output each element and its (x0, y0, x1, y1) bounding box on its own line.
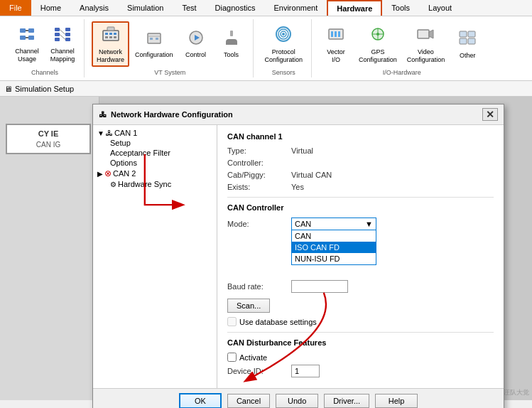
svg-rect-17 (114, 33, 116, 35)
tree-item-acceptance[interactable]: Acceptance Filter (96, 148, 214, 158)
svg-rect-35 (335, 31, 337, 37)
svg-rect-14 (103, 31, 119, 41)
network-hardware-button[interactable]: NetworkHardware (92, 21, 129, 68)
dialog-close-button[interactable]: ✕ (482, 108, 498, 121)
svg-rect-3 (20, 36, 26, 40)
svg-rect-11 (65, 38, 70, 41)
tab-analysis[interactable]: Analysis (70, 0, 118, 16)
tab-diagnostics[interactable]: Diagnostics (206, 0, 265, 16)
mode-option-nun-isu-fd[interactable]: NUN-ISU FD (292, 253, 376, 264)
tree-item-options[interactable]: Options (96, 158, 214, 168)
ribbon-group-vtsystem: NetworkHardware Configuration Control (87, 19, 254, 77)
svg-rect-18 (105, 36, 108, 38)
mode-dropdown-wrapper: CAN ▼ CAN ISO CAN FD NUN-ISU FD (291, 218, 376, 230)
dialog-body: ▼ 🖧 CAN 1 Setup Acceptance Filter Option… (93, 125, 504, 388)
svg-rect-20 (114, 36, 116, 38)
svg-line-13 (60, 34, 65, 39)
mode-selected-value: CAN (295, 220, 311, 228)
channel-usage-button[interactable]: ChannelUsage (10, 23, 44, 66)
svg-rect-7 (65, 28, 70, 31)
protocol-config-button[interactable]: ProtocolConfiguration (261, 22, 308, 67)
svg-rect-1 (28, 28, 34, 33)
device-id-row: Device ID: (227, 365, 494, 377)
mode-option-can[interactable]: CAN (292, 230, 376, 242)
protocol-config-icon (274, 25, 293, 47)
gps-config-button[interactable]: GPSConfiguration (354, 22, 401, 67)
svg-line-12 (60, 29, 65, 34)
video-config-button[interactable]: VideoConfiguration (403, 22, 450, 67)
mode-option-iso-can-fd[interactable]: ISO CAN FD (292, 242, 376, 253)
can-controller-section-title: CAN Controller (227, 203, 494, 212)
tools-vt-button[interactable]: Tools (215, 26, 249, 62)
sim-bar: 🖥 Simulation Setup (0, 81, 532, 97)
tools-vt-label: Tools (224, 51, 239, 59)
network-hardware-label: NetworkHardware (97, 48, 124, 64)
tab-layout[interactable]: Layout (419, 0, 461, 16)
vtsystem-group-label: VT System (154, 69, 185, 77)
tab-file[interactable]: File (0, 0, 31, 16)
help-button[interactable]: Help (375, 394, 418, 408)
svg-rect-10 (55, 38, 60, 41)
mode-field-row: Mode: CAN ▼ CAN ISO CAN FD NUN-ISU FD (227, 218, 494, 230)
activate-label: Activate (239, 353, 267, 362)
video-config-icon (416, 25, 435, 47)
control-icon (188, 29, 205, 50)
sensors-group-label: Sensors (272, 69, 295, 77)
svg-rect-46 (468, 38, 475, 44)
control-button[interactable]: Control (179, 26, 213, 62)
channel-usage-icon (18, 26, 36, 46)
tab-hardware[interactable]: Hardware (327, 0, 382, 16)
ribbon-group-sensors: ProtocolConfiguration Sensors (256, 19, 313, 77)
tab-home[interactable]: Home (31, 0, 70, 16)
undo-button[interactable]: Undo (276, 394, 318, 408)
mode-dropdown-trigger[interactable]: CAN ▼ (291, 218, 376, 230)
channels-group-label: Channels (31, 69, 58, 77)
svg-rect-4 (28, 36, 34, 40)
type-value: Virtual (291, 146, 313, 155)
tools-vt-icon (223, 29, 240, 50)
channel-mapping-icon (54, 26, 71, 46)
exists-value: Yes (291, 183, 304, 191)
svg-rect-8 (55, 33, 60, 36)
scan-button[interactable]: Scan... (227, 299, 270, 313)
tree-item-hardware-sync[interactable]: ⚙ Hardware Sync (96, 179, 214, 189)
svg-point-40 (376, 33, 379, 36)
can-channel-section-title: CAN channel 1 (227, 132, 494, 141)
divider-1 (227, 197, 494, 198)
ribbon-group-io: VectorI/O GPSConfiguration VideoConfigur… (315, 19, 489, 77)
svg-point-32 (282, 33, 285, 36)
device-id-input[interactable] (291, 365, 320, 377)
use-db-checkbox[interactable] (227, 317, 237, 326)
baud-input[interactable] (291, 280, 348, 293)
tree-item-can2[interactable]: ▶ ⊗ CAN 2 (96, 168, 214, 179)
type-field-row: Type: Virtual (227, 146, 494, 155)
vector-io-label: VectorI/O (327, 48, 345, 64)
mode-label: Mode: (227, 220, 291, 228)
ribbon-content: ChannelUsage ChannelMapping Channels N (0, 16, 532, 80)
driver-button[interactable]: Driver... (324, 394, 369, 408)
configuration-button[interactable]: Configuration (131, 26, 178, 62)
activate-checkbox[interactable] (227, 353, 237, 362)
tree-item-can1[interactable]: ▼ 🖧 CAN 1 (96, 128, 214, 138)
svg-rect-24 (150, 38, 153, 40)
tree-item-setup[interactable]: Setup (96, 138, 214, 148)
dialog-title-text: Network Hardware Configuration (111, 110, 233, 119)
dialog-icon: 🖧 (99, 110, 107, 119)
tab-tools[interactable]: Tools (382, 0, 419, 16)
tab-test[interactable]: Test (173, 0, 205, 16)
io-items: VectorI/O GPSConfiguration VideoConfigur… (319, 19, 484, 69)
tab-environment[interactable]: Environment (264, 0, 327, 16)
vector-io-button[interactable]: VectorI/O (319, 22, 353, 67)
tab-simulation[interactable]: Simulation (118, 0, 173, 16)
other-button[interactable]: Other (450, 26, 484, 63)
ok-button[interactable]: OK (179, 393, 222, 408)
controller-label: Controller: (227, 159, 291, 167)
network-hardware-dialog: 🖧 Network Hardware Configuration ✕ ▼ 🖧 C… (92, 104, 504, 408)
tree-panel: ▼ 🖧 CAN 1 Setup Acceptance Filter Option… (93, 125, 217, 388)
svg-rect-28 (230, 31, 233, 36)
channel-mapping-button[interactable]: ChannelMapping (45, 23, 80, 66)
disturbance-section-title: CAN Disturbance Features (227, 338, 494, 347)
svg-rect-45 (460, 38, 467, 44)
cyie-sublabel: CAN IG (11, 141, 85, 149)
cancel-button[interactable]: Cancel (227, 394, 270, 408)
